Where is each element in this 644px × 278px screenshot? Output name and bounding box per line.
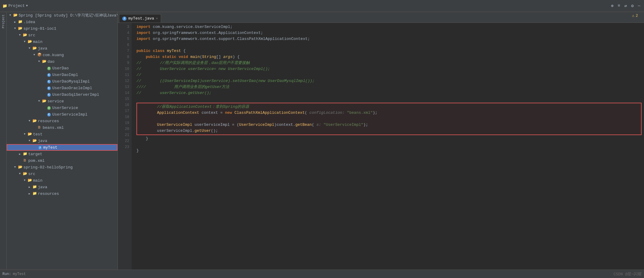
code-line-22 xyxy=(136,142,642,148)
tree-item-label: myTest xyxy=(43,145,57,150)
tree-item-java[interactable]: ▶📁java xyxy=(7,184,118,190)
line-number-11: 11 xyxy=(118,72,129,78)
tree-item-userservice[interactable]: IUserService xyxy=(7,104,118,111)
tree-item-icon: 📂 xyxy=(17,165,23,170)
tree-item-spring-02-hellospring[interactable]: ▼📂spring-02-helloSpring xyxy=(7,164,118,171)
tree-item-icon: 📂 xyxy=(22,171,28,177)
tree-item-icon: 📂 xyxy=(32,138,37,144)
line-number-4: 4 xyxy=(118,30,129,36)
tree-item-icon: 📁 xyxy=(22,151,28,157)
tree-item-icon: C xyxy=(46,92,52,97)
tree-item-pom.xml[interactable]: 🗎pom.xml xyxy=(7,157,118,164)
tree-item-icon: 📁 xyxy=(17,19,23,25)
line-number-9: 9 xyxy=(118,60,129,66)
tree-item-userdaosqlserverimpl[interactable]: CUserDaoSqlServerImpl xyxy=(7,91,118,98)
line-number-20: 20 xyxy=(118,126,129,132)
tree-item-resources[interactable]: ▼📂resources xyxy=(7,118,118,124)
tree-item-java[interactable]: ▼📂java xyxy=(7,45,118,52)
code-line-14: // userService.getUser(); xyxy=(136,90,642,96)
tree-item-beans.xml[interactable]: 🗎beans.xml xyxy=(7,124,118,131)
tab-filename: myTest.java xyxy=(128,16,154,21)
tree-item-icon: 📂 xyxy=(27,131,32,137)
sidebar-strip-label: Project xyxy=(2,14,5,28)
line-number-12: 12 xyxy=(118,78,129,84)
tree-item-label: UserDaoImpl xyxy=(52,73,78,77)
tree-arrow-icon: ▼ xyxy=(37,100,41,103)
tree-item-userdaooracleimpl[interactable]: CUserDaoOracleImpl xyxy=(7,85,118,91)
tree-arrow-icon: ▼ xyxy=(17,34,22,37)
tree-item-java[interactable]: ▼📂java xyxy=(7,137,118,144)
tree-item-label: service xyxy=(47,99,64,104)
tree-item-service[interactable]: ▼📂service xyxy=(7,98,118,104)
tree-item-main[interactable]: ▼📂main xyxy=(7,38,118,45)
tree-item-mytest[interactable]: JmyTest xyxy=(7,144,118,151)
tree-item-icon: C xyxy=(46,79,52,84)
tree-arrow-icon: ▼ xyxy=(37,60,41,63)
line-number-16: 16 xyxy=(118,102,129,108)
tree-item-spring-01-ioc1[interactable]: ▼📂spring-01-ioc1 xyxy=(7,25,118,32)
code-line-13: //// 用户调用业务层的getUser方法 xyxy=(136,84,642,90)
toolbar-icon-minimize[interactable]: — xyxy=(637,3,642,9)
tree-item-dao[interactable]: ▼📂dao xyxy=(7,58,118,65)
tree-arrow-icon: ▶ xyxy=(27,192,32,195)
line-number-21: 21◀ xyxy=(118,132,129,138)
code-line-16: //获取ApplicationContext：拿到Spring的容器 xyxy=(138,104,640,110)
code-editor[interactable]: 345◀67▶8▶9101112131415161718192021◀2223 … xyxy=(118,23,644,270)
tree-arrow-icon: ▼ xyxy=(13,166,17,169)
line-number-17: 17 xyxy=(118,108,129,114)
editor-tab-mytest[interactable]: J myTest.java × xyxy=(119,14,161,23)
highlighted-code-block: //获取ApplicationContext：拿到Spring的容器 Appli… xyxy=(136,103,642,135)
editor-tabs: J myTest.java × xyxy=(118,12,644,23)
tree-item-label: UserService xyxy=(52,106,78,110)
tree-item-userdaomysqlimpl[interactable]: CUserDaoMysqlImpl xyxy=(7,78,118,85)
tab-java-icon: J xyxy=(122,17,127,21)
line-number-8: 8▶ xyxy=(118,54,129,60)
run-label: Run: xyxy=(2,272,11,276)
code-line-19: UserServiceImpl userServiceImpl = (UserS… xyxy=(138,122,640,128)
tree-item-label: java xyxy=(38,185,47,189)
code-line-3: import com.kuang.service.UserServiceImpl… xyxy=(136,24,642,30)
tree-item-userdaoimpl[interactable]: CUserDaoImpl xyxy=(7,71,118,78)
tree-item-icon: C xyxy=(46,85,52,91)
tree-item-label: .idea xyxy=(23,20,35,24)
tree-item-icon: 📁 xyxy=(32,184,37,190)
tree-item-icon: 📂 xyxy=(41,98,47,104)
tree-item-com.kuang[interactable]: ▼📦com.kuang xyxy=(7,52,118,58)
tree-item-spring-[spring-study][interactable]: ▼📂Spring [Spring study] D:\学习笔记\狂神说Java\… xyxy=(7,12,118,19)
tree-item-icon: 📂 xyxy=(27,39,32,44)
project-dropdown-icon[interactable]: ▼ xyxy=(26,4,28,8)
tree-item-icon: 📂 xyxy=(27,178,32,183)
code-line-12: // ((UserServiceImpl)userService).setUse… xyxy=(136,78,642,84)
tree-arrow-icon: ▼ xyxy=(17,172,22,175)
tree-arrow-icon: ▼ xyxy=(27,139,32,142)
toolbar-icon-list[interactable]: ≡ xyxy=(616,3,621,9)
code-line-15 xyxy=(136,96,642,102)
tree-item-.idea[interactable]: ▶📁.idea xyxy=(7,19,118,25)
line-number-22: 22 xyxy=(118,138,129,144)
tree-item-label: dao xyxy=(47,59,54,64)
tree-item-resources[interactable]: ▶📁resources xyxy=(7,190,118,197)
tree-arrow-icon: ▶ xyxy=(13,20,17,24)
tree-item-main[interactable]: ▼📂main xyxy=(7,177,118,184)
tree-arrow-icon: ▼ xyxy=(22,40,27,43)
tree-item-src[interactable]: ▼📂src xyxy=(7,32,118,38)
toolbar-icons: ⊕ ≡ ⇄ ⚙ — xyxy=(610,3,642,9)
tree-item-icon: J xyxy=(37,145,43,150)
tree-item-userdao[interactable]: IUserDao xyxy=(7,65,118,71)
toolbar-icon-crosshair[interactable]: ⊕ xyxy=(610,3,615,9)
tree-arrow-icon: ▼ xyxy=(13,27,17,30)
toolbar-icon-sort[interactable]: ⇄ xyxy=(623,3,628,9)
tree-item-icon: C xyxy=(46,112,52,117)
tree-item-icon: 📂 xyxy=(17,26,23,31)
code-content: 345◀67▶8▶9101112131415161718192021◀2223 … xyxy=(118,23,644,270)
tree-item-test[interactable]: ▼📂test xyxy=(7,131,118,137)
tree-item-label: UserDaoOracleImpl xyxy=(52,86,92,90)
tree-item-userserviceimpl[interactable]: CUserServiceImpl xyxy=(7,111,118,118)
tree-item-target[interactable]: ▶📁target xyxy=(7,151,118,157)
tree-item-src[interactable]: ▼📂src xyxy=(7,171,118,177)
tree-item-icon: 📂 xyxy=(32,118,37,124)
toolbar-icon-settings[interactable]: ⚙ xyxy=(630,3,635,9)
tree-item-icon: 🗎 xyxy=(37,125,42,130)
tab-close-button[interactable]: × xyxy=(156,17,158,20)
tree-item-label: UserDaoSqlServerImpl xyxy=(52,92,99,97)
